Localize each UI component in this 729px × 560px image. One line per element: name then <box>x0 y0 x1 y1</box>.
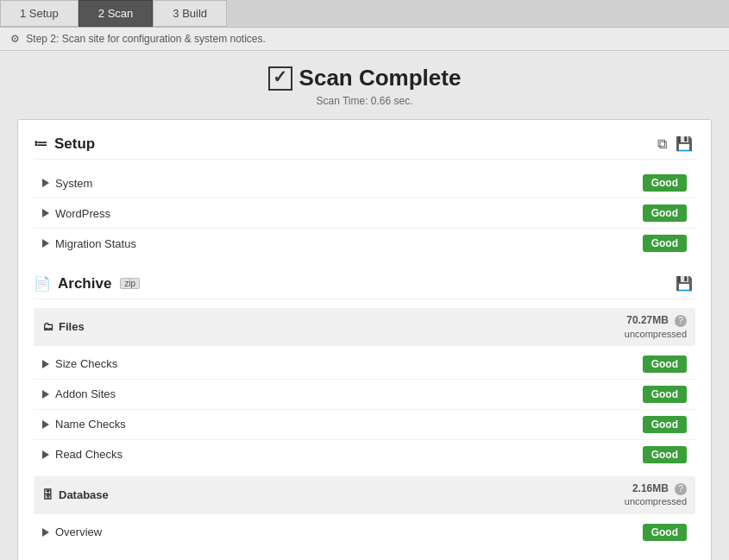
row-label-migration: Migration Status <box>42 237 136 250</box>
archive-doc-icon: 📄 <box>34 275 51 292</box>
scan-complete-label: Scan Complete <box>299 65 462 91</box>
setup-list-icon: ≔ <box>34 135 47 152</box>
status-badge: Good <box>643 204 687 222</box>
database-subsection-header: 🗄 Database 2.16MB ? uncompressed <box>34 476 695 514</box>
table-row: Size Checks Good <box>34 349 695 380</box>
table-row: Addon Sites Good <box>34 380 695 410</box>
step-scan[interactable]: 2 Scan <box>79 0 153 27</box>
triangle-icon <box>42 390 49 399</box>
database-icon: 🗄 <box>42 488 53 501</box>
promo-text: Migrate large, multi-gig sites with Dupl… <box>34 547 695 560</box>
row-label-name-checks: Name Checks <box>42 418 126 431</box>
status-badge: Good <box>643 416 687 433</box>
zip-badge: zip <box>120 278 140 289</box>
setup-copy-btn[interactable]: ⧉ <box>655 134 669 154</box>
gear-icon: ⚙ <box>10 33 20 45</box>
row-label-size-checks: Size Checks <box>42 357 117 370</box>
status-badge: Good <box>643 446 687 463</box>
scan-time: Scan Time: 0.66 sec. <box>17 95 712 107</box>
archive-section: 📄 Archive zip 💾 🗂 Files 70.27MB ? <box>34 274 695 547</box>
table-row: Overview Good <box>34 518 695 547</box>
step-setup[interactable]: 1 Setup <box>0 0 79 27</box>
triangle-icon <box>42 528 49 537</box>
setup-title-label: Setup <box>54 135 95 153</box>
table-row: Migration Status Good <box>34 229 695 258</box>
status-badge: Good <box>643 235 687 252</box>
files-meta: 70.27MB ? uncompressed <box>625 314 687 340</box>
triangle-icon <box>42 209 49 217</box>
table-row: Name Checks Good <box>34 410 695 440</box>
database-rows: Overview Good <box>34 518 695 547</box>
steps-bar: 1 Setup 2 Scan 3 Build <box>0 0 729 28</box>
checkbox-icon <box>268 66 292 91</box>
archive-section-actions: 💾 <box>673 274 695 293</box>
main-card: ≔ Setup ⧉ 💾 System Good WordPress <box>17 119 712 560</box>
archive-title-label: Archive <box>58 275 111 293</box>
archive-section-header: 📄 Archive zip 💾 <box>34 274 695 299</box>
archive-save-btn[interactable]: 💾 <box>673 274 695 293</box>
setup-save-btn[interactable]: 💾 <box>673 134 695 154</box>
row-label-wordpress: WordPress <box>42 207 110 220</box>
setup-section-title: ≔ Setup <box>34 135 95 153</box>
row-label-system: System <box>42 177 92 190</box>
database-subsection-title: 🗄 Database <box>42 488 109 501</box>
triangle-icon <box>42 239 49 248</box>
question-icon[interactable]: ? <box>675 315 687 327</box>
status-badge: Good <box>643 524 687 541</box>
scan-complete-title: Scan Complete <box>17 65 712 91</box>
files-rows: Size Checks Good Addon Sites Good Name C… <box>34 349 695 469</box>
substep-label: ⚙ Step 2: Scan site for configuration & … <box>0 28 729 51</box>
triangle-icon <box>42 420 49 429</box>
database-meta: 2.16MB ? uncompressed <box>625 482 687 508</box>
triangle-icon <box>42 450 49 459</box>
files-subsection-header: 🗂 Files 70.27MB ? uncompressed <box>34 308 695 346</box>
substep-text: Step 2: Scan site for configuration & sy… <box>26 33 265 45</box>
question-icon[interactable]: ? <box>675 483 687 495</box>
status-badge: Good <box>643 386 687 403</box>
main-content: Scan Complete Scan Time: 0.66 sec. ≔ Set… <box>0 51 729 560</box>
row-label-read-checks: Read Checks <box>42 448 123 461</box>
table-row: Read Checks Good <box>34 440 695 469</box>
files-folder-icon: 🗂 <box>42 320 53 333</box>
setup-section-actions: ⧉ 💾 <box>655 134 695 154</box>
row-label-overview: Overview <box>42 525 102 538</box>
status-badge: Good <box>643 174 687 192</box>
step-build[interactable]: 3 Build <box>153 0 227 27</box>
table-row: System Good <box>34 168 695 198</box>
status-badge: Good <box>643 356 687 373</box>
triangle-icon <box>42 360 49 368</box>
triangle-icon <box>42 179 49 187</box>
row-label-addon-sites: Addon Sites <box>42 387 116 400</box>
archive-section-title: 📄 Archive zip <box>34 275 140 293</box>
setup-rows: System Good WordPress Good Migration Sta… <box>34 168 695 258</box>
files-subsection-title: 🗂 Files <box>42 320 85 333</box>
table-row: WordPress Good <box>34 198 695 229</box>
scan-complete-header: Scan Complete Scan Time: 0.66 sec. <box>17 65 712 107</box>
setup-section-header: ≔ Setup ⧉ 💾 <box>34 134 695 160</box>
